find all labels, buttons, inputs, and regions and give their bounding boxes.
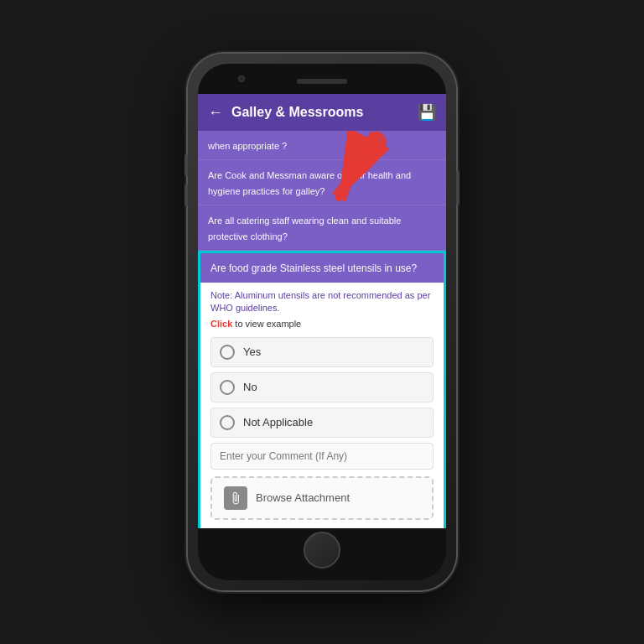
highlighted-question-block: Are food grade Stainless steel utensils … [198, 251, 446, 528]
note-text: Note: Aluminum utensils are not recommen… [210, 289, 434, 315]
comment-input[interactable] [210, 443, 434, 470]
camera [238, 75, 245, 82]
home-button[interactable] [304, 532, 340, 569]
question-header-text: Are food grade Stainless steel utensils … [210, 262, 417, 274]
save-icon[interactable]: 💾 [418, 103, 436, 122]
prev-question-2: Are Cook and Messman aware of their heal… [198, 160, 446, 205]
click-link[interactable]: Click to view example [210, 319, 434, 329]
radio-label-yes: Yes [243, 345, 261, 358]
phone-frame: ← Galley & Messrooms 💾 when appropriate … [188, 54, 456, 590]
click-rest-text: to view example [232, 319, 301, 329]
speaker [297, 79, 347, 84]
click-word[interactable]: Click [210, 319, 232, 329]
browse-attachment-button[interactable]: Browse Attachment [210, 476, 434, 520]
back-button[interactable]: ← [208, 104, 223, 122]
radio-label-na: Not Applicable [243, 416, 313, 428]
radio-option-na[interactable]: Not Applicable [210, 408, 434, 438]
prev-question-1: when appropriate ? [198, 131, 446, 160]
radio-circle-yes [220, 345, 235, 360]
radio-label-no: No [243, 381, 257, 393]
screen: ← Galley & Messrooms 💾 when appropriate … [198, 94, 446, 528]
volume-down-button[interactable] [184, 184, 188, 206]
phone-body: ← Galley & Messrooms 💾 when appropriate … [198, 64, 446, 580]
radio-option-no[interactable]: No [210, 372, 434, 402]
volume-up-button[interactable] [184, 154, 188, 176]
radio-circle-na [220, 415, 235, 430]
nav-title: Galley & Messrooms [231, 105, 418, 120]
scroll-content[interactable]: when appropriate ? Are Cook and Messman … [198, 131, 446, 528]
question-header: Are food grade Stainless steel utensils … [200, 253, 444, 283]
radio-circle-no [220, 380, 235, 395]
nav-bar: ← Galley & Messrooms 💾 [198, 94, 446, 131]
browse-label: Browse Attachment [256, 491, 350, 504]
radio-option-yes[interactable]: Yes [210, 337, 434, 367]
power-button[interactable] [456, 171, 460, 205]
attachment-icon [224, 486, 247, 510]
question-body: Note: Aluminum utensils are not recommen… [200, 283, 444, 528]
prev-question-3: Are all catering staff wearing clean and… [198, 205, 446, 251]
